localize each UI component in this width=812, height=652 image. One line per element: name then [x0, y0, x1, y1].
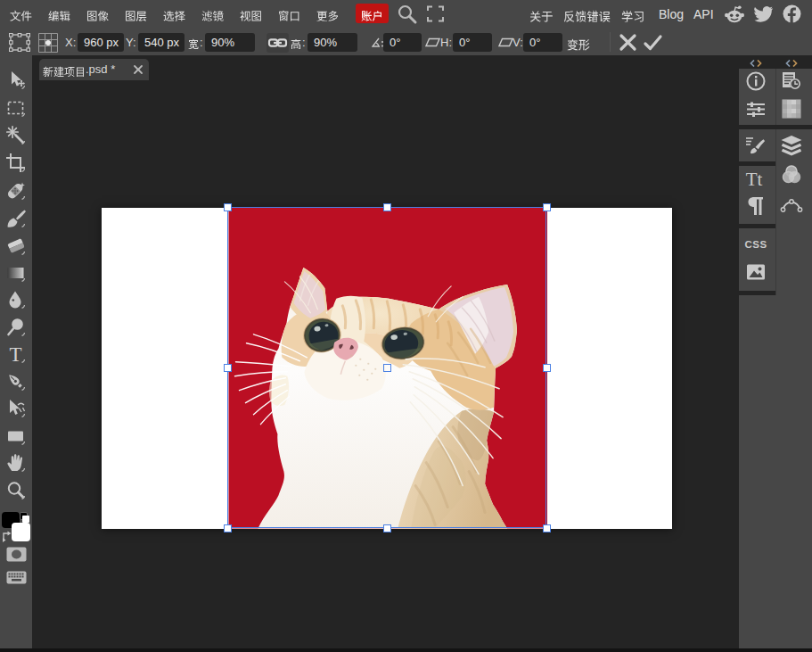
- svg-text:Tt: Tt: [746, 169, 763, 190]
- svg-text:T: T: [9, 343, 21, 365]
- svg-text:CSS: CSS: [744, 239, 767, 250]
